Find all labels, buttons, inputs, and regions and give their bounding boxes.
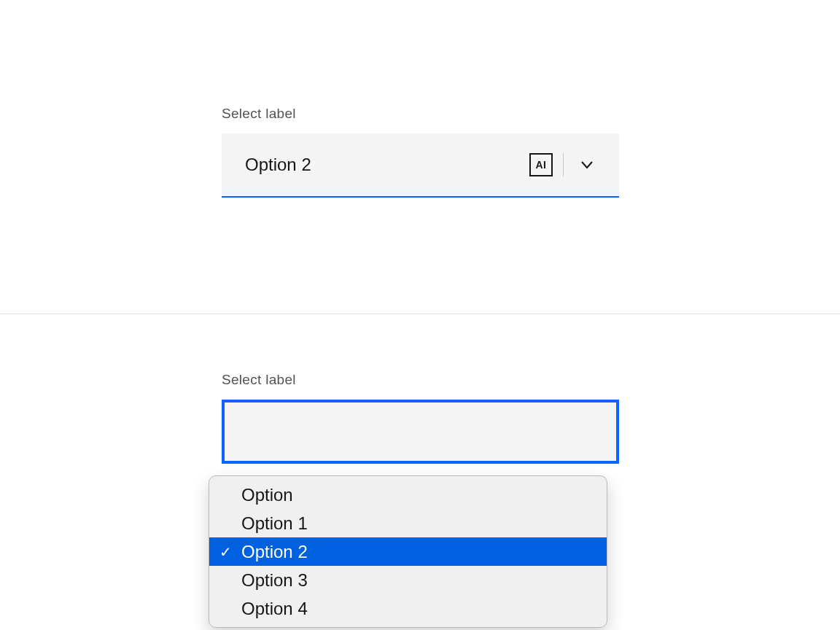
ai-badge-icon: AI xyxy=(529,153,553,176)
select-value: Option 2 xyxy=(245,155,529,175)
checkmark-icon: ✓ xyxy=(219,543,241,561)
select-label: Select label xyxy=(222,372,619,388)
option-label: Option 3 xyxy=(241,570,308,591)
select-option[interactable]: ✓ Option 1 xyxy=(209,509,607,537)
select-open-section: Select label ✓ Option ✓ Option 1 ✓ Optio… xyxy=(0,314,840,630)
select-input[interactable]: Option 2 AI xyxy=(222,133,619,198)
select-closed-section: Select label Option 2 AI xyxy=(0,0,840,314)
select-dropdown-menu: ✓ Option ✓ Option 1 ✓ Option 2 ✓ Option … xyxy=(209,475,607,628)
select-wrapper-closed: Select label Option 2 AI xyxy=(222,106,619,198)
divider-vertical xyxy=(563,153,564,176)
option-label: Option 2 xyxy=(241,542,308,562)
option-label: Option 1 xyxy=(241,513,308,534)
option-label: Option xyxy=(241,485,293,505)
select-option-selected[interactable]: ✓ Option 2 xyxy=(209,537,607,566)
select-input-focused[interactable] xyxy=(222,400,619,464)
select-wrapper-open: Select label ✓ Option ✓ Option 1 ✓ Optio… xyxy=(222,372,619,464)
chevron-down-icon xyxy=(578,156,596,174)
select-option[interactable]: ✓ Option 4 xyxy=(209,594,607,623)
select-option[interactable]: ✓ Option xyxy=(209,481,607,509)
select-option[interactable]: ✓ Option 3 xyxy=(209,566,607,594)
select-label: Select label xyxy=(222,106,619,122)
option-label: Option 4 xyxy=(241,599,308,619)
